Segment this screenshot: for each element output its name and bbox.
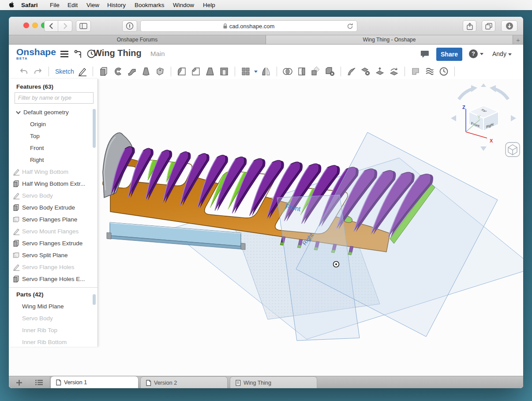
user-menu[interactable]: Andy [492,50,512,57]
menu-file[interactable]: File [50,0,60,10]
menu-view[interactable]: View [86,0,99,10]
draft-icon[interactable] [205,66,215,77]
menu-history[interactable]: History [107,0,126,10]
browser-tab-onshape-forums[interactable]: Onshape Forums [9,35,266,44]
chevron-down-icon[interactable] [16,111,21,114]
tree-item-top[interactable]: Top [9,130,97,142]
axis-z-label: Z [462,105,465,110]
clock-icon[interactable] [438,66,449,77]
downloads-button[interactable] [501,20,517,32]
forward-button[interactable] [58,21,72,31]
mirror-icon[interactable] [261,66,271,77]
part-item-wing-mid-plane[interactable]: Wing Mid Plane [9,300,97,312]
tree-item-servo-body[interactable]: Servo Body [9,190,97,202]
pattern-icon[interactable] [240,66,251,77]
origin-marker[interactable] [333,262,339,267]
split-icon[interactable] [296,66,307,77]
delete-face-icon[interactable] [360,66,371,77]
browser-tab-wing-thing[interactable]: Wing Thing - Onshape [266,35,513,44]
features-scrollbar[interactable] [93,109,96,148]
back-button[interactable] [45,21,58,31]
extrude-icon [12,240,20,247]
tree-item-origin[interactable]: Origin [9,118,97,130]
plane-feature-icon [12,251,20,259]
onshape-logo[interactable]: OnshapeBETA [16,47,56,60]
menu-window[interactable]: Window [173,0,194,10]
sweep-icon[interactable] [127,66,137,77]
sketch-pencil-icon[interactable] [77,66,87,77]
shell-icon[interactable] [219,66,229,77]
boolean-icon[interactable] [282,66,293,77]
tree-item-servo-mount-flanges[interactable]: Servo Mount Flanges [9,225,97,237]
redo-icon[interactable] [33,66,43,77]
lock-icon [223,23,227,29]
tree-item-default-geometry[interactable]: Default geometry [9,106,97,118]
part-item-servo-body[interactable]: Servo Body [9,312,97,324]
loft-icon[interactable] [141,66,151,77]
view-cube[interactable]: Top Front Right Z X Y [451,83,516,151]
onepassword-extension-button[interactable] [122,20,137,32]
tree-item-front[interactable]: Front [9,142,97,154]
menu-safari[interactable]: Safari [21,0,38,10]
thicken-icon[interactable] [155,66,165,77]
tab-list-button[interactable] [32,376,45,388]
menu-edit[interactable]: Edit [67,0,78,10]
extrude-icon [12,180,20,187]
share-page-button[interactable] [463,20,476,32]
workspace-name[interactable]: Main [150,50,165,57]
plane-icon[interactable] [410,66,421,77]
new-tab-button[interactable]: + [513,35,523,44]
undo-icon[interactable] [19,66,29,77]
sidebar-button[interactable] [76,20,91,32]
replace-face-icon[interactable] [389,66,399,77]
extrude-icon[interactable] [98,66,109,77]
help-button[interactable]: ? [469,49,478,58]
menu-help[interactable]: Help [203,0,215,10]
tree-item-servo-flange-holes-extrude[interactable]: Servo Flange Holes E... [9,273,97,285]
plane-feature-icon [12,216,20,223]
parts-scrollbar[interactable] [93,294,96,305]
close-button[interactable] [23,22,29,28]
revolve-icon[interactable] [112,66,123,77]
filter-input[interactable] [15,92,94,104]
sketch-button[interactable]: Sketch [55,68,74,75]
features-panel: Features (63) Default geometry Origin To… [9,79,98,347]
tree-item-servo-flanges-plane[interactable]: Servo Flanges Plane [9,214,97,225]
tree-item-servo-split-plane[interactable]: Servo Split Plane [9,249,97,261]
doc-tab-wing-thing[interactable]: Wing Thing [230,376,317,388]
parts-header: Parts (42) [9,287,97,300]
delete-part-icon[interactable] [325,66,335,77]
transform-icon[interactable] [311,66,321,77]
tree-item-half-wing-bottom[interactable]: Half Wing Bottom [9,166,97,178]
help-caret-icon[interactable] [480,53,483,55]
tab-overview-button[interactable] [482,20,495,32]
reload-icon[interactable] [347,23,353,30]
versions-icon[interactable] [74,49,83,59]
isometric-view-button[interactable] [506,142,520,157]
share-button[interactable]: Share [436,48,462,61]
version-icon [56,379,61,386]
apple-icon[interactable] [9,2,15,8]
modify-fillet-icon[interactable] [346,66,357,77]
tree-item-servo-flanges-extrude[interactable]: Servo Flanges Extrude [9,237,97,249]
part-item-inner-rib-top[interactable]: Inner Rib Top [9,324,97,336]
doc-tab-version-1[interactable]: Version 1 [51,376,138,388]
onshape-toolbar: Sketch [9,64,523,79]
comment-icon[interactable] [420,50,430,59]
tree-item-servo-flange-holes[interactable]: Servo Flange Holes [9,261,97,273]
main-menu-icon[interactable] [60,49,69,58]
doc-tab-version-2[interactable]: Version 2 [140,376,228,388]
menu-bookmarks[interactable]: Bookmarks [135,0,165,10]
tree-item-right[interactable]: Right [9,154,97,166]
helix-icon[interactable] [424,66,435,77]
minimize-button[interactable] [32,22,38,28]
pattern-caret-icon[interactable] [254,71,258,73]
address-bar[interactable]: cad.onshape.com [140,20,357,32]
chamfer-icon[interactable] [191,66,201,77]
tree-item-servo-body-extrude[interactable]: Servo Body Extrude [9,202,97,214]
move-face-icon[interactable] [375,66,385,77]
add-tab-button[interactable] [12,376,26,388]
fillet-icon[interactable] [176,66,187,77]
tree-item-half-wing-bottom-extrude[interactable]: Half Wing Bottom Extr... [9,178,97,190]
part-item-inner-rib-bottom[interactable]: Inner Rib Bottom [9,336,97,347]
